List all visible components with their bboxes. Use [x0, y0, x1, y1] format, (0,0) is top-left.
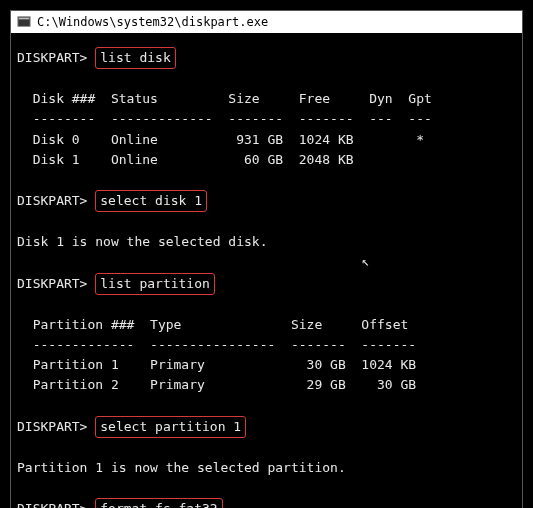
prompt: DISKPART> [17, 50, 87, 65]
cmd-list-disk: list disk [95, 47, 175, 69]
partition-divider: ------------- ---------------- ------- -… [17, 337, 416, 352]
prompt: DISKPART> [17, 193, 87, 208]
mouse-cursor-icon: ↖ [361, 252, 369, 272]
partition-row: Partition 2 Primary 29 GB 30 GB [17, 377, 416, 392]
prompt: DISKPART> [17, 419, 87, 434]
cmd-select-disk: select disk 1 [95, 190, 207, 212]
window-title: C:\Windows\system32\diskpart.exe [37, 15, 268, 29]
app-icon [17, 15, 31, 29]
console-window: C:\Windows\system32\diskpart.exe DISKPAR… [10, 10, 523, 508]
disk-header: Disk ### Status Size Free Dyn Gpt [17, 91, 432, 106]
cmd-select-partition: select partition 1 [95, 416, 246, 438]
partition-header: Partition ### Type Size Offset [17, 317, 408, 332]
cmd-list-partition: list partition [95, 273, 215, 295]
disk-row: Disk 0 Online 931 GB 1024 KB * [17, 132, 424, 147]
prompt: DISKPART> [17, 276, 87, 291]
prompt: DISKPART> [17, 501, 87, 508]
disk-divider: -------- ------------- ------- ------- -… [17, 111, 432, 126]
svg-rect-1 [19, 18, 30, 20]
disk-row: Disk 1 Online 60 GB 2048 KB [17, 152, 354, 167]
cmd-format: format fs=fat32 [95, 498, 222, 508]
partition-row: Partition 1 Primary 30 GB 1024 KB [17, 357, 416, 372]
msg-partition-selected: Partition 1 is now the selected partitio… [17, 460, 346, 475]
msg-disk-selected: Disk 1 is now the selected disk. [17, 234, 267, 249]
terminal-output[interactable]: DISKPART> list disk Disk ### Status Size… [11, 33, 522, 508]
titlebar[interactable]: C:\Windows\system32\diskpart.exe [11, 11, 522, 33]
